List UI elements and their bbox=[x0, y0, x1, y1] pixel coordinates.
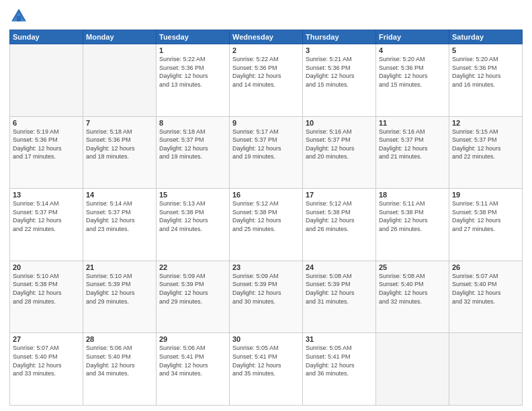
calendar-day-cell: 21Sunrise: 5:10 AM Sunset: 5:39 PM Dayli… bbox=[83, 261, 157, 333]
day-info: Sunrise: 5:12 AM Sunset: 5:38 PM Dayligh… bbox=[232, 199, 300, 233]
day-info: Sunrise: 5:15 AM Sunset: 5:37 PM Dayligh… bbox=[452, 128, 519, 161]
day-number: 11 bbox=[379, 119, 446, 127]
day-number: 22 bbox=[159, 263, 226, 271]
day-number: 19 bbox=[452, 191, 519, 199]
calendar-day-cell: 16Sunrise: 5:12 AM Sunset: 5:38 PM Dayli… bbox=[230, 189, 303, 261]
day-info: Sunrise: 5:18 AM Sunset: 5:36 PM Dayligh… bbox=[86, 128, 153, 161]
weekday-header-friday: Friday bbox=[376, 30, 449, 44]
calendar-day-cell: 13Sunrise: 5:14 AM Sunset: 5:37 PM Dayli… bbox=[10, 189, 83, 261]
calendar-day-cell: 20Sunrise: 5:10 AM Sunset: 5:38 PM Dayli… bbox=[10, 261, 83, 333]
calendar-day-cell: 26Sunrise: 5:07 AM Sunset: 5:40 PM Dayli… bbox=[449, 261, 523, 333]
day-info: Sunrise: 5:07 AM Sunset: 5:40 PM Dayligh… bbox=[13, 344, 80, 377]
day-number: 4 bbox=[379, 46, 446, 54]
day-number: 3 bbox=[306, 46, 373, 54]
calendar-day-cell bbox=[10, 44, 83, 117]
page: SundayMondayTuesdayWednesdayThursdayFrid… bbox=[0, 0, 532, 411]
day-number: 16 bbox=[232, 191, 300, 199]
logo bbox=[9, 7, 31, 26]
day-number: 8 bbox=[159, 119, 226, 127]
day-number: 6 bbox=[13, 119, 80, 127]
calendar-day-cell: 15Sunrise: 5:13 AM Sunset: 5:38 PM Dayli… bbox=[157, 189, 230, 261]
calendar-week-row: 20Sunrise: 5:10 AM Sunset: 5:38 PM Dayli… bbox=[10, 261, 523, 333]
day-number: 10 bbox=[306, 119, 373, 127]
day-info: Sunrise: 5:05 AM Sunset: 5:41 PM Dayligh… bbox=[232, 344, 300, 377]
calendar-day-cell: 3Sunrise: 5:21 AM Sunset: 5:36 PM Daylig… bbox=[303, 44, 376, 117]
calendar-day-cell: 4Sunrise: 5:20 AM Sunset: 5:36 PM Daylig… bbox=[376, 44, 449, 117]
calendar-day-cell: 10Sunrise: 5:16 AM Sunset: 5:37 PM Dayli… bbox=[303, 116, 376, 189]
day-number: 14 bbox=[86, 191, 153, 199]
day-info: Sunrise: 5:22 AM Sunset: 5:36 PM Dayligh… bbox=[232, 55, 300, 89]
day-number: 12 bbox=[452, 119, 519, 127]
day-info: Sunrise: 5:16 AM Sunset: 5:37 PM Dayligh… bbox=[306, 128, 373, 161]
day-info: Sunrise: 5:21 AM Sunset: 5:36 PM Dayligh… bbox=[306, 55, 373, 89]
day-number: 25 bbox=[379, 263, 446, 271]
day-info: Sunrise: 5:10 AM Sunset: 5:38 PM Dayligh… bbox=[13, 272, 80, 306]
day-number: 24 bbox=[306, 263, 373, 271]
calendar-day-cell: 8Sunrise: 5:18 AM Sunset: 5:37 PM Daylig… bbox=[157, 116, 230, 189]
calendar-day-cell: 7Sunrise: 5:18 AM Sunset: 5:36 PM Daylig… bbox=[83, 116, 157, 189]
calendar-day-cell: 17Sunrise: 5:12 AM Sunset: 5:38 PM Dayli… bbox=[303, 189, 376, 261]
calendar-day-cell bbox=[83, 44, 157, 117]
day-info: Sunrise: 5:18 AM Sunset: 5:37 PM Dayligh… bbox=[159, 128, 226, 161]
calendar-day-cell: 5Sunrise: 5:20 AM Sunset: 5:36 PM Daylig… bbox=[449, 44, 523, 117]
day-number: 7 bbox=[86, 119, 153, 127]
calendar-day-cell: 24Sunrise: 5:08 AM Sunset: 5:39 PM Dayli… bbox=[303, 261, 376, 333]
calendar-week-row: 6Sunrise: 5:19 AM Sunset: 5:36 PM Daylig… bbox=[10, 116, 523, 189]
day-info: Sunrise: 5:06 AM Sunset: 5:41 PM Dayligh… bbox=[159, 344, 226, 377]
calendar-day-cell: 23Sunrise: 5:09 AM Sunset: 5:39 PM Dayli… bbox=[230, 261, 303, 333]
day-number: 2 bbox=[232, 46, 300, 54]
day-info: Sunrise: 5:08 AM Sunset: 5:40 PM Dayligh… bbox=[379, 272, 446, 306]
calendar-header-row: SundayMondayTuesdayWednesdayThursdayFrid… bbox=[10, 30, 523, 44]
weekday-header-wednesday: Wednesday bbox=[230, 30, 303, 44]
calendar-day-cell: 28Sunrise: 5:06 AM Sunset: 5:40 PM Dayli… bbox=[83, 333, 157, 406]
day-number: 20 bbox=[13, 263, 80, 271]
day-info: Sunrise: 5:20 AM Sunset: 5:36 PM Dayligh… bbox=[452, 55, 519, 89]
calendar-week-row: 1Sunrise: 5:22 AM Sunset: 5:36 PM Daylig… bbox=[10, 44, 523, 117]
day-number: 29 bbox=[159, 335, 226, 343]
calendar-day-cell: 25Sunrise: 5:08 AM Sunset: 5:40 PM Dayli… bbox=[376, 261, 449, 333]
day-info: Sunrise: 5:06 AM Sunset: 5:40 PM Dayligh… bbox=[86, 344, 153, 377]
day-number: 30 bbox=[232, 335, 300, 343]
day-number: 27 bbox=[13, 335, 80, 343]
calendar-day-cell: 30Sunrise: 5:05 AM Sunset: 5:41 PM Dayli… bbox=[230, 333, 303, 406]
weekday-header-tuesday: Tuesday bbox=[157, 30, 230, 44]
day-info: Sunrise: 5:19 AM Sunset: 5:36 PM Dayligh… bbox=[13, 128, 80, 161]
calendar-day-cell: 27Sunrise: 5:07 AM Sunset: 5:40 PM Dayli… bbox=[10, 333, 83, 406]
day-info: Sunrise: 5:08 AM Sunset: 5:39 PM Dayligh… bbox=[306, 272, 373, 306]
calendar-day-cell bbox=[449, 333, 523, 406]
day-number: 26 bbox=[452, 263, 519, 271]
day-info: Sunrise: 5:16 AM Sunset: 5:37 PM Dayligh… bbox=[379, 128, 446, 161]
weekday-header-saturday: Saturday bbox=[449, 30, 523, 44]
calendar-day-cell: 2Sunrise: 5:22 AM Sunset: 5:36 PM Daylig… bbox=[230, 44, 303, 117]
calendar-day-cell: 18Sunrise: 5:11 AM Sunset: 5:38 PM Dayli… bbox=[376, 189, 449, 261]
calendar-week-row: 27Sunrise: 5:07 AM Sunset: 5:40 PM Dayli… bbox=[10, 333, 523, 406]
calendar-day-cell: 29Sunrise: 5:06 AM Sunset: 5:41 PM Dayli… bbox=[157, 333, 230, 406]
calendar-day-cell: 12Sunrise: 5:15 AM Sunset: 5:37 PM Dayli… bbox=[449, 116, 523, 189]
day-info: Sunrise: 5:09 AM Sunset: 5:39 PM Dayligh… bbox=[232, 272, 300, 306]
day-info: Sunrise: 5:05 AM Sunset: 5:41 PM Dayligh… bbox=[306, 344, 373, 377]
day-info: Sunrise: 5:17 AM Sunset: 5:37 PM Dayligh… bbox=[232, 128, 300, 161]
day-number: 21 bbox=[86, 263, 153, 271]
weekday-header-monday: Monday bbox=[83, 30, 157, 44]
day-number: 17 bbox=[306, 191, 373, 199]
day-info: Sunrise: 5:20 AM Sunset: 5:36 PM Dayligh… bbox=[379, 55, 446, 89]
day-number: 31 bbox=[306, 335, 373, 343]
day-info: Sunrise: 5:22 AM Sunset: 5:36 PM Dayligh… bbox=[159, 55, 226, 89]
calendar-week-row: 13Sunrise: 5:14 AM Sunset: 5:37 PM Dayli… bbox=[10, 189, 523, 261]
calendar-day-cell: 14Sunrise: 5:14 AM Sunset: 5:37 PM Dayli… bbox=[83, 189, 157, 261]
header bbox=[9, 7, 523, 26]
calendar-day-cell: 9Sunrise: 5:17 AM Sunset: 5:37 PM Daylig… bbox=[230, 116, 303, 189]
day-info: Sunrise: 5:07 AM Sunset: 5:40 PM Dayligh… bbox=[452, 272, 519, 306]
day-number: 23 bbox=[232, 263, 300, 271]
day-info: Sunrise: 5:14 AM Sunset: 5:37 PM Dayligh… bbox=[86, 199, 153, 233]
calendar-day-cell: 22Sunrise: 5:09 AM Sunset: 5:39 PM Dayli… bbox=[157, 261, 230, 333]
weekday-header-sunday: Sunday bbox=[10, 30, 83, 44]
calendar-table: SundayMondayTuesdayWednesdayThursdayFrid… bbox=[9, 30, 523, 406]
day-info: Sunrise: 5:14 AM Sunset: 5:37 PM Dayligh… bbox=[13, 199, 80, 233]
day-number: 9 bbox=[232, 119, 300, 127]
day-info: Sunrise: 5:11 AM Sunset: 5:38 PM Dayligh… bbox=[379, 199, 446, 233]
svg-rect-2 bbox=[17, 16, 21, 21]
day-number: 1 bbox=[159, 46, 226, 54]
day-info: Sunrise: 5:09 AM Sunset: 5:39 PM Dayligh… bbox=[159, 272, 226, 306]
day-number: 5 bbox=[452, 46, 519, 54]
